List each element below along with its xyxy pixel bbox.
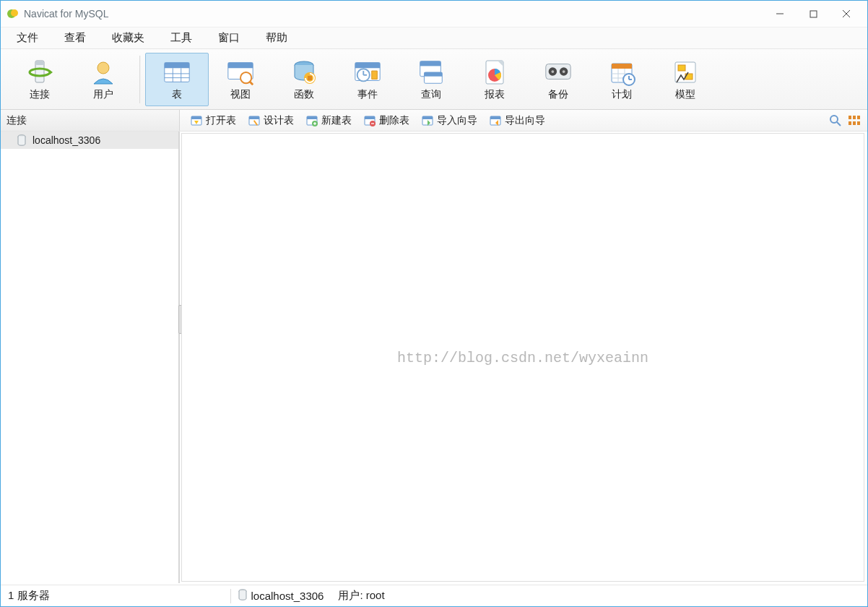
main-content-area: http://blog.csdn.net/wyxeainn bbox=[181, 133, 864, 582]
tree-item-localhost[interactable]: localhost_3306 bbox=[1, 132, 178, 149]
open-table-button[interactable]: 打开表 bbox=[186, 113, 240, 129]
model-icon bbox=[670, 58, 700, 87]
new-table-icon bbox=[305, 114, 318, 127]
toolbar-table-label: 表 bbox=[172, 88, 182, 101]
svg-point-39 bbox=[551, 70, 554, 73]
toolbar-backup-button[interactable]: 备份 bbox=[526, 53, 590, 106]
toolbar-schedule-label: 计划 bbox=[612, 88, 632, 101]
connection-icon bbox=[25, 58, 55, 87]
svg-rect-72 bbox=[490, 116, 500, 119]
design-table-icon bbox=[248, 114, 261, 127]
menu-window[interactable]: 窗口 bbox=[205, 28, 253, 48]
svg-rect-31 bbox=[420, 61, 441, 66]
connection-tree[interactable]: localhost_3306 bbox=[1, 132, 180, 583]
view-icon bbox=[225, 58, 256, 87]
status-user-label: 用户: root bbox=[338, 589, 384, 603]
svg-rect-3 bbox=[810, 11, 817, 17]
design-table-label: 设计表 bbox=[264, 114, 294, 127]
svg-point-74 bbox=[830, 116, 838, 123]
svg-rect-80 bbox=[853, 121, 856, 125]
import-icon bbox=[421, 114, 434, 127]
toolbar-function-button[interactable]: 函数 bbox=[272, 53, 336, 106]
menu-tools[interactable]: 工具 bbox=[157, 28, 205, 48]
body-area: localhost_3306 http://blog.csdn.net/wyxe… bbox=[1, 132, 867, 583]
svg-rect-23 bbox=[308, 76, 312, 80]
export-icon bbox=[489, 114, 502, 127]
toolbar-report-button[interactable]: 报表 bbox=[463, 53, 526, 106]
svg-rect-69 bbox=[422, 116, 433, 119]
sub-toolbar: 连接 打开表 设计表 新建表 删除表 bbox=[1, 110, 867, 132]
status-connection: localhost_3306 bbox=[231, 585, 331, 606]
menu-view[interactable]: 查看 bbox=[51, 28, 99, 48]
export-wizard-button[interactable]: 导出向导 bbox=[485, 113, 550, 129]
design-table-button[interactable]: 设计表 bbox=[243, 113, 298, 129]
app-icon bbox=[6, 7, 19, 20]
svg-point-1 bbox=[11, 9, 18, 17]
toolbar-view-label: 视图 bbox=[230, 88, 251, 101]
connection-panel-title: 连接 bbox=[6, 114, 27, 127]
svg-marker-9 bbox=[50, 70, 53, 74]
svg-rect-51 bbox=[678, 65, 685, 71]
toolbar-user-button[interactable]: 用户 bbox=[71, 53, 135, 106]
main-toolbar: 连接 用户 表 bbox=[1, 49, 867, 110]
svg-line-20 bbox=[249, 81, 253, 85]
toolbar-function-label: 函数 bbox=[294, 88, 314, 101]
backup-icon bbox=[543, 58, 573, 87]
svg-rect-76 bbox=[849, 116, 851, 119]
close-button[interactable] bbox=[830, 3, 863, 25]
menu-file[interactable]: 文件 bbox=[4, 28, 51, 48]
menu-favorites[interactable]: 收藏夹 bbox=[99, 28, 157, 48]
event-icon bbox=[352, 58, 383, 87]
svg-rect-18 bbox=[228, 62, 253, 68]
toolbar-view-button[interactable]: 视图 bbox=[209, 53, 272, 106]
status-servers-label: 1 服务器 bbox=[8, 589, 50, 603]
svg-rect-77 bbox=[853, 116, 856, 119]
status-servers: 1 服务器 bbox=[1, 585, 57, 606]
user-icon bbox=[88, 58, 118, 87]
svg-rect-81 bbox=[857, 121, 860, 125]
tree-item-label: localhost_3306 bbox=[32, 134, 100, 146]
toolbar-model-label: 模型 bbox=[675, 88, 695, 101]
new-table-label: 新建表 bbox=[321, 114, 352, 127]
menu-help[interactable]: 帮助 bbox=[253, 28, 300, 48]
svg-rect-12 bbox=[165, 62, 189, 68]
search-icon[interactable] bbox=[828, 113, 843, 128]
window-title: Navicat for MySQL bbox=[24, 8, 763, 20]
watermark-text: http://blog.csdn.net/wyxeainn bbox=[397, 349, 648, 366]
menu-bar: 文件 查看 收藏夹 工具 窗口 帮助 bbox=[1, 27, 867, 49]
toolbar-connection-button[interactable]: 连接 bbox=[8, 53, 71, 106]
status-bar: 1 服务器 localhost_3306 用户: root bbox=[1, 585, 867, 606]
new-table-button[interactable]: 新建表 bbox=[301, 113, 356, 129]
import-wizard-button[interactable]: 导入向导 bbox=[417, 113, 482, 129]
toolbar-table-button[interactable]: 表 bbox=[145, 53, 209, 106]
import-wizard-label: 导入向导 bbox=[437, 114, 477, 127]
delete-table-label: 删除表 bbox=[379, 114, 409, 127]
export-wizard-label: 导出向导 bbox=[505, 114, 545, 127]
schedule-icon bbox=[607, 58, 637, 87]
report-icon bbox=[479, 58, 510, 87]
toolbar-event-button[interactable]: 事件 bbox=[336, 53, 399, 106]
toolbar-model-button[interactable]: 模型 bbox=[654, 53, 717, 106]
delete-table-button[interactable]: 删除表 bbox=[359, 113, 414, 129]
query-icon bbox=[416, 58, 446, 87]
toolbar-query-button[interactable]: 查询 bbox=[399, 53, 463, 106]
toolbar-schedule-button[interactable]: 计划 bbox=[590, 53, 654, 106]
maximize-button[interactable] bbox=[797, 3, 830, 25]
minimize-button[interactable] bbox=[763, 3, 797, 25]
window-controls bbox=[763, 3, 863, 25]
toolbar-user-label: 用户 bbox=[93, 88, 113, 101]
svg-line-75 bbox=[837, 122, 841, 126]
svg-rect-57 bbox=[249, 116, 259, 119]
toolbar-separator bbox=[139, 56, 141, 103]
toolbar-query-label: 查询 bbox=[421, 88, 441, 101]
view-mode-icon[interactable] bbox=[847, 113, 862, 128]
open-table-icon bbox=[190, 114, 203, 127]
svg-rect-25 bbox=[355, 62, 380, 68]
svg-point-10 bbox=[97, 62, 109, 74]
svg-rect-78 bbox=[857, 116, 860, 119]
status-connection-label: localhost_3306 bbox=[251, 590, 324, 602]
database-icon bbox=[17, 134, 27, 147]
svg-point-40 bbox=[563, 70, 565, 73]
svg-rect-79 bbox=[849, 121, 851, 125]
toolbar-backup-label: 备份 bbox=[548, 88, 568, 101]
